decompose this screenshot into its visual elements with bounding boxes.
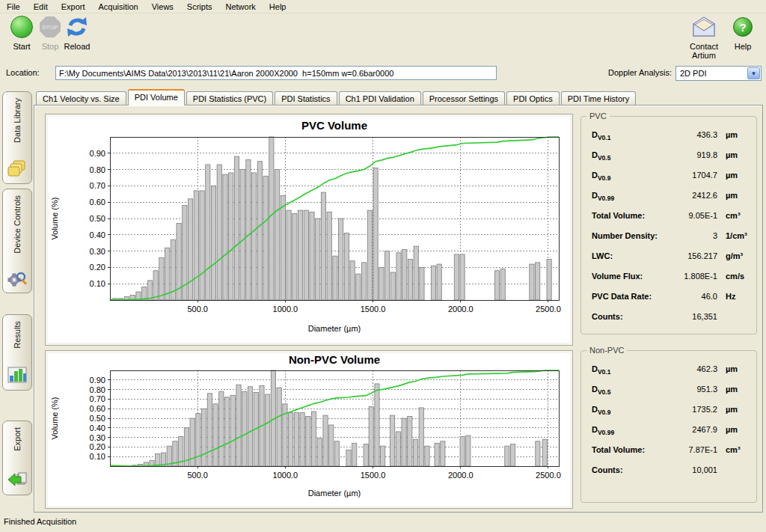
svg-text:Diameter (µm): Diameter (µm) (308, 324, 361, 333)
toolbar: Start STOP Stop Reload Contact Artium ? (0, 13, 766, 63)
non-pvc-stats-groupbox: Non-PVC DV0.1462.3µmDV0.5951.3µmDV0.9173… (580, 350, 757, 503)
help-icon: ? (733, 17, 753, 37)
contact-artium-button[interactable]: Contact Artium (677, 13, 731, 60)
stat-label: Total Volume: (592, 211, 645, 220)
svg-text:1000.0: 1000.0 (273, 305, 298, 314)
svg-text:0.90: 0.90 (90, 376, 105, 385)
stat-row-dv0-5: DV0.5951.3µm (592, 385, 750, 405)
stat-value: 462.3 (674, 364, 717, 373)
stat-label: LWC: (592, 251, 613, 260)
stat-unit: µm (717, 191, 750, 200)
svg-text:2500.0: 2500.0 (536, 305, 561, 314)
svg-text:0.10: 0.10 (90, 452, 105, 461)
stat-unit: 1/cm³ (717, 231, 750, 240)
menu-bar: FileEditExportAcquisitionViewsScriptsNet… (0, 0, 766, 13)
stat-value: 1735.2 (674, 405, 717, 414)
svg-text:2000.0: 2000.0 (448, 305, 474, 314)
tab-ch1-velocity-vs-size[interactable]: Ch1 Velocity vs. Size (36, 91, 126, 106)
tab-pdi-statistics-pvc[interactable]: PDI Statistics (PVC) (186, 91, 273, 106)
stat-row-total-volume: Total Volume:7.87E-1cm³ (592, 445, 750, 465)
svg-text:0.60: 0.60 (90, 198, 105, 207)
stat-row-dv0-1: DV0.1462.3µm (592, 364, 750, 385)
tab-strip: Ch1 Velocity vs. SizePDI VolumePDI Stati… (36, 89, 637, 106)
stat-value: 919.8 (674, 150, 717, 159)
export-arrow-icon (7, 470, 27, 491)
svg-text:0.80: 0.80 (90, 385, 105, 394)
contact-artium-label: Contact Artium (677, 42, 731, 60)
menu-file[interactable]: File (0, 1, 27, 13)
stat-value: 46.0 (674, 292, 717, 301)
menu-acquisition[interactable]: Acquisition (92, 1, 145, 13)
tab-processor-settings[interactable]: Processor Settings (423, 91, 505, 106)
doppler-analysis-select[interactable]: 2D PDI ▼ (675, 66, 762, 81)
stat-row-dv0-99: DV0.992412.6µm (592, 191, 750, 211)
tab-pdi-time-history[interactable]: PDI Time History (561, 91, 637, 106)
pvc-volume-chart-panel: PVC Volume0.100.200.300.400.500.600.700.… (45, 114, 573, 346)
sidebar-item-label: Device Controls (13, 195, 22, 254)
stat-label-subscript: V0.5 (598, 154, 611, 162)
svg-text:1500.0: 1500.0 (361, 471, 386, 480)
sidebar-item-device-controls[interactable]: Device Controls (2, 189, 32, 293)
sidebar-item-data-library[interactable]: Data Library (2, 91, 32, 184)
sidebar-item-label: Data Library (13, 98, 22, 143)
pvc-groupbox-title: PVC (586, 111, 610, 120)
stat-value: 7.87E-1 (674, 445, 717, 454)
envelope-icon (690, 16, 717, 37)
stat-unit: cm³ (717, 211, 750, 220)
tab-ch1-pdi-validation[interactable]: Ch1 PDI Validation (339, 91, 421, 106)
svg-text:2500.0: 2500.0 (536, 471, 561, 480)
menu-scripts[interactable]: Scripts (180, 1, 219, 13)
tab-pdi-volume[interactable]: PDI Volume (128, 89, 185, 106)
tab-pdi-optics[interactable]: PDI Optics (506, 91, 560, 106)
stat-value: 156.217 (674, 251, 717, 260)
sidebar-item-results[interactable]: Results (2, 314, 32, 391)
svg-text:0.30: 0.30 (90, 247, 105, 256)
stat-value: 1704.7 (674, 171, 717, 180)
sidebar-item-export[interactable]: Export (2, 421, 32, 495)
stat-label: DV0.1 (592, 130, 610, 141)
help-button[interactable]: ? Help (724, 13, 762, 51)
stat-row-dv0-9: DV0.91704.7µm (592, 171, 750, 191)
stat-value: 2467.9 (674, 425, 717, 434)
chevron-down-icon[interactable]: ▼ (747, 67, 760, 79)
menu-help[interactable]: Help (263, 1, 293, 13)
menu-edit[interactable]: Edit (27, 1, 55, 13)
stat-unit: cm³ (717, 445, 750, 454)
sidebar-item-label: Results (13, 321, 22, 349)
stat-label: DV0.5 (592, 150, 610, 162)
menu-views[interactable]: Views (145, 1, 180, 13)
location-input[interactable] (55, 66, 497, 80)
stat-row-pvc-data-rate: PVC Data Rate:46.0Hz (592, 292, 750, 312)
tab-pdi-statistics[interactable]: PDI Statistics (275, 91, 337, 106)
stat-unit: µm (717, 405, 750, 414)
location-row: Location: Doppler Analysis: 2D PDI ▼ (0, 63, 766, 84)
stat-value: 436.3 (674, 130, 717, 139)
stat-label: DV0.5 (592, 385, 610, 396)
svg-text:0.60: 0.60 (90, 404, 105, 413)
svg-text:0.10: 0.10 (90, 279, 105, 288)
stat-label-subscript: V0.9 (598, 174, 611, 182)
folders-icon (7, 159, 27, 180)
menu-network[interactable]: Network (218, 1, 262, 13)
status-bar: Finished Acquisition (0, 514, 766, 532)
reload-label: Reload (55, 42, 99, 51)
svg-text:0.50: 0.50 (90, 214, 105, 223)
svg-text:0.20: 0.20 (90, 442, 105, 451)
bar-chart-icon (7, 365, 27, 386)
reload-button[interactable]: Reload (55, 13, 99, 51)
svg-text:0.90: 0.90 (90, 149, 105, 158)
svg-text:0.50: 0.50 (90, 414, 105, 423)
stat-value: 951.3 (674, 385, 717, 394)
doppler-analysis-value: 2D PDI (676, 69, 747, 78)
svg-text:PVC Volume: PVC Volume (301, 119, 367, 132)
results-panel: PVC Volume0.100.200.300.400.500.600.700.… (34, 105, 763, 513)
svg-text:0.20: 0.20 (90, 263, 105, 272)
location-label: Location: (6, 68, 40, 77)
reload-icon (65, 15, 89, 39)
pvc-stats-rows: DV0.1436.3µmDV0.5919.8µmDV0.91704.7µmDV0… (592, 130, 750, 332)
menu-export[interactable]: Export (55, 1, 92, 13)
stat-value: 10,001 (674, 465, 717, 474)
stat-row-total-volume: Total Volume:9.05E-1cm³ (592, 211, 750, 231)
stat-label-subscript: V0.99 (598, 195, 614, 202)
stat-label: DV0.9 (592, 171, 610, 182)
